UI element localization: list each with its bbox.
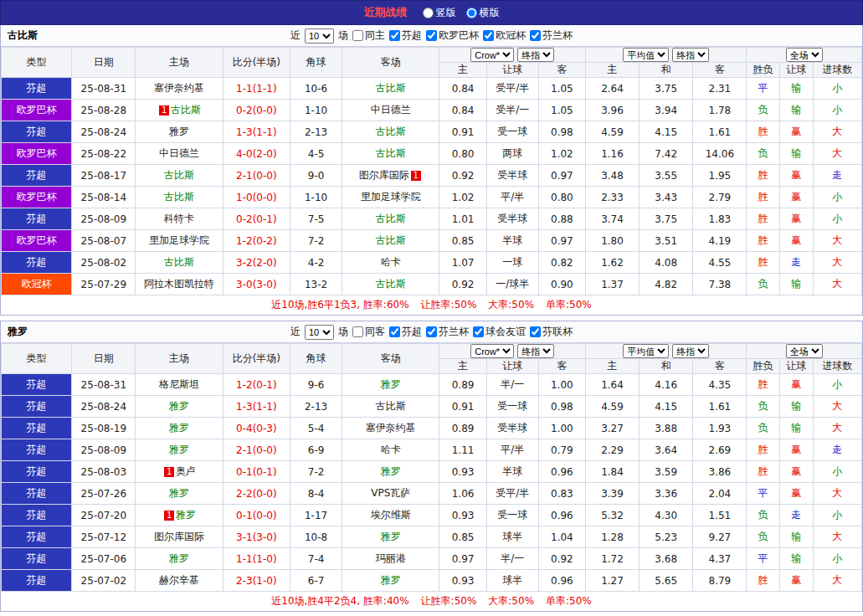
result-cell: 负 bbox=[747, 396, 779, 418]
result-cell: 负 bbox=[747, 274, 779, 295]
competition-checkbox[interactable] bbox=[530, 326, 541, 337]
competition-filter[interactable]: 球会友谊 bbox=[473, 325, 526, 339]
home-team-cell: 1雅罗 bbox=[136, 505, 223, 526]
result-cell: 输 bbox=[779, 548, 813, 570]
result-cell: 赢 bbox=[779, 121, 813, 143]
result-cell: 负 bbox=[747, 418, 779, 439]
asian-odds-cell: 1.05 bbox=[538, 100, 585, 121]
competition-filter[interactable]: 芬联杯 bbox=[530, 325, 573, 339]
result-cell: 赢 bbox=[779, 208, 813, 230]
bookmaker-select[interactable]: Crow* bbox=[470, 48, 514, 62]
corner-cell: 1-17 bbox=[290, 505, 342, 526]
league-badge: 芬超 bbox=[2, 121, 72, 143]
euro-odds-cell: 1.93 bbox=[693, 418, 747, 439]
away-team-name: 中日德兰 bbox=[371, 104, 411, 116]
period-select[interactable]: 全场 bbox=[786, 48, 823, 62]
summary-stat: 让胜率:50% bbox=[421, 299, 477, 311]
away-team-cell: 雅罗 bbox=[342, 526, 439, 548]
away-team-name: 里加足球学院 bbox=[361, 191, 421, 203]
result-cell: 输 bbox=[779, 274, 813, 295]
competition-checkbox[interactable] bbox=[530, 30, 541, 41]
corner-cell: 8-4 bbox=[290, 483, 342, 505]
column-subheader: 和 bbox=[640, 63, 693, 78]
competition-filter[interactable]: 欧冠杯 bbox=[483, 28, 526, 43]
asian-odds-cell: 半球 bbox=[486, 230, 538, 252]
euro-odds-time-select[interactable]: 终指 bbox=[672, 344, 709, 358]
asian-odds-cell: 受一球 bbox=[486, 121, 538, 143]
same-venue-filter[interactable]: 同客 bbox=[352, 325, 385, 339]
result-cell: 胜 bbox=[747, 121, 779, 143]
score-cell: 1-1(1-1) bbox=[223, 78, 290, 100]
asian-odds-cell: 1.05 bbox=[538, 78, 585, 100]
competition-filter[interactable]: 欧罗巴杯 bbox=[426, 28, 479, 43]
match-count-select[interactable]: 10 bbox=[305, 325, 334, 340]
asian-odds-time-select[interactable]: 终指 bbox=[517, 344, 554, 358]
match-row: 欧罗巴杯25-08-07里加足球学院1-2(0-2)7-2古比斯0.85半球0.… bbox=[2, 230, 862, 252]
competition-filter[interactable]: 芬超 bbox=[389, 28, 422, 43]
euro-odds-cell: 3.74 bbox=[585, 208, 639, 230]
bookmaker-select[interactable]: Crow* bbox=[470, 344, 514, 358]
result-cell: 赢 bbox=[779, 483, 813, 505]
away-team-cell: 古比斯 bbox=[342, 396, 439, 418]
same-venue-checkbox[interactable] bbox=[352, 326, 363, 337]
euro-odds-time-select[interactable]: 终指 bbox=[672, 48, 709, 62]
corner-cell: 7-5 bbox=[290, 208, 342, 230]
competition-filter[interactable]: 芬兰杯 bbox=[426, 325, 469, 339]
competition-checkbox[interactable] bbox=[483, 30, 494, 41]
euro-average-select[interactable]: 平均值 bbox=[623, 344, 669, 358]
competition-checkbox[interactable] bbox=[473, 326, 484, 337]
away-team-name: 埃尔维斯 bbox=[371, 509, 411, 521]
euro-odds-cell: 3.75 bbox=[640, 78, 693, 100]
same-venue-filter[interactable]: 同主 bbox=[352, 28, 385, 43]
games-label: 场 bbox=[338, 28, 348, 43]
league-badge: 芬超 bbox=[2, 461, 72, 483]
same-venue-checkbox[interactable] bbox=[352, 30, 363, 41]
competition-checkbox[interactable] bbox=[426, 326, 437, 337]
score-cell: 4-0(2-0) bbox=[223, 143, 290, 165]
result-cell: 大 bbox=[813, 526, 861, 548]
score-cell: 1-3(1-1) bbox=[223, 396, 290, 418]
result-cell: 输 bbox=[779, 143, 813, 165]
competition-checkbox[interactable] bbox=[426, 30, 437, 41]
competition-checkbox[interactable] bbox=[389, 30, 400, 41]
match-row: 芬超25-08-24雅罗1-3(1-1)2-13古比斯0.91受一球0.984.… bbox=[2, 396, 862, 418]
away-team-cell: 古比斯 bbox=[342, 78, 439, 100]
asian-odds-cell: 0.92 bbox=[439, 165, 486, 187]
result-cell: 小 bbox=[813, 505, 861, 526]
column-subheader: 客 bbox=[538, 63, 585, 78]
competition-filter[interactable]: 芬兰杯 bbox=[530, 28, 573, 43]
result-cell: 负 bbox=[747, 505, 779, 526]
euro-odds-cell: 2.29 bbox=[585, 439, 639, 461]
result-cell: 大 bbox=[813, 570, 861, 592]
euro-odds-cell: 4.08 bbox=[640, 252, 693, 274]
result-cell: 小 bbox=[813, 187, 861, 208]
sections-container: 古比斯近10场同主芬超欧罗巴杯欧冠杯芬兰杯类型日期主场比分(半场)角球客场Cro… bbox=[0, 25, 863, 612]
column-subheader: 和 bbox=[640, 359, 693, 374]
asian-odds-time-select[interactable]: 终指 bbox=[517, 48, 554, 62]
vertical-layout-radio[interactable] bbox=[423, 8, 434, 18]
euro-odds-cell: 4.55 bbox=[693, 252, 747, 274]
competition-label: 欧罗巴杯 bbox=[439, 28, 479, 43]
red-card-badge: 1 bbox=[411, 171, 421, 181]
euro-odds-cell: 1.83 bbox=[693, 208, 747, 230]
score-cell: 1-2(0-2) bbox=[223, 230, 290, 252]
asian-odds-cell: 0.83 bbox=[538, 483, 585, 505]
match-row: 芬超25-08-09雅罗2-1(0-0)6-9哈卡1.11平/半0.792.29… bbox=[2, 439, 862, 461]
competition-filter[interactable]: 芬超 bbox=[389, 325, 422, 339]
period-select[interactable]: 全场 bbox=[786, 344, 823, 358]
score-cell: 1-2(0-1) bbox=[223, 374, 290, 396]
league-badge: 芬超 bbox=[2, 483, 72, 505]
match-date: 25-08-24 bbox=[72, 396, 136, 418]
layout-option-vertical[interactable]: 竖版 bbox=[423, 6, 456, 20]
column-subheader: 客 bbox=[693, 63, 747, 78]
horizontal-layout-radio[interactable] bbox=[466, 8, 477, 18]
layout-option-horizontal[interactable]: 横版 bbox=[466, 6, 500, 20]
home-team-name: 雅罗 bbox=[169, 444, 189, 455]
match-count-select[interactable]: 10 bbox=[305, 28, 334, 44]
result-cell: 赢 bbox=[779, 187, 813, 208]
euro-average-select[interactable]: 平均值 bbox=[623, 48, 669, 62]
column-subheader: 客 bbox=[538, 359, 585, 374]
asian-odds-cell: 受平/半 bbox=[486, 78, 538, 100]
score-cell: 3-2(2-0) bbox=[223, 252, 290, 274]
competition-checkbox[interactable] bbox=[389, 326, 400, 337]
